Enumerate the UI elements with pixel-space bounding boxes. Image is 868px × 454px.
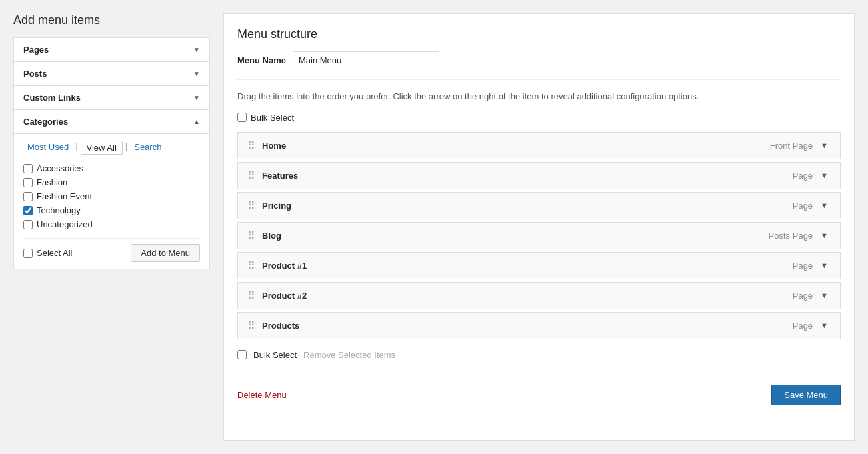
menu-item-type: Page	[793, 201, 813, 211]
menu-item-expand-icon[interactable]: ▼	[818, 260, 831, 271]
bulk-select-checkbox-top[interactable]	[237, 113, 247, 122]
select-all-label[interactable]: Select All	[23, 248, 72, 258]
posts-accordion-header[interactable]: Posts ▼	[14, 62, 209, 85]
menu-name-row: Menu Name	[237, 51, 841, 80]
categories-tabs: Most Used | View All | Search	[23, 141, 200, 155]
accessories-checkbox[interactable]	[23, 164, 33, 173]
list-item: Fashion Event	[23, 189, 200, 203]
list-item: Technology	[23, 203, 200, 217]
add-menu-items-title: Add menu items	[13, 13, 210, 27]
footer-row: Delete Menu Save Menu	[237, 385, 841, 405]
posts-accordion-label: Posts	[23, 69, 47, 79]
custom-links-accordion-label: Custom Links	[23, 93, 81, 103]
remove-selected-button[interactable]: Remove Selected Items	[303, 350, 395, 360]
menu-item-type: Posts Page	[769, 231, 813, 241]
categories-accordion-header[interactable]: Categories ▲	[14, 110, 209, 133]
menu-item-type: Page	[793, 321, 813, 331]
drag-handle-icon: ⠿	[247, 319, 255, 332]
menu-item-type: Page	[793, 171, 813, 181]
drag-handle-icon: ⠿	[247, 169, 255, 182]
technology-label[interactable]: Technology	[37, 205, 81, 215]
drag-handle-icon: ⠿	[247, 259, 255, 272]
technology-checkbox[interactable]	[23, 206, 33, 215]
custom-links-accordion: Custom Links ▼	[13, 85, 210, 110]
menu-items-list: ⠿ Home Front Page ▼ ⠿ Features Page ▼	[237, 132, 841, 339]
pages-accordion-label: Pages	[23, 45, 49, 55]
menu-structure-title: Menu structure	[237, 27, 841, 41]
categories-chevron-icon: ▲	[193, 118, 200, 125]
table-row[interactable]: ⠿ Product #2 Page ▼	[237, 282, 841, 309]
list-item: Fashion	[23, 175, 200, 189]
uncategorized-checkbox[interactable]	[23, 220, 33, 229]
fashion-label[interactable]: Fashion	[37, 177, 67, 187]
save-menu-button[interactable]: Save Menu	[771, 385, 841, 405]
menu-item-expand-icon[interactable]: ▼	[818, 200, 831, 211]
table-row[interactable]: ⠿ Pricing Page ▼	[237, 192, 841, 219]
drag-handle-icon: ⠿	[247, 229, 255, 242]
list-item: Uncategorized	[23, 217, 200, 231]
left-panel: Add menu items Pages ▼ Posts ▼ Custom Li…	[13, 13, 210, 441]
pages-accordion-header[interactable]: Pages ▼	[14, 38, 209, 61]
tab-most-used[interactable]: Most Used	[23, 141, 73, 155]
drag-handle-icon: ⠿	[247, 289, 255, 302]
posts-accordion: Posts ▼	[13, 61, 210, 86]
add-to-menu-button[interactable]: Add to Menu	[131, 244, 200, 262]
table-row[interactable]: ⠿ Product #1 Page ▼	[237, 252, 841, 279]
menu-item-name: Features	[262, 171, 298, 181]
menu-item-expand-icon[interactable]: ▼	[818, 320, 831, 331]
categories-accordion: Categories ▲ Most Used | View All | Sear…	[13, 109, 210, 269]
drag-handle-icon: ⠿	[247, 199, 255, 212]
table-row[interactable]: ⠿ Products Page ▼	[237, 312, 841, 339]
accessories-label[interactable]: Accessories	[37, 163, 83, 173]
menu-item-type: Front Page	[770, 141, 813, 151]
menu-name-input[interactable]	[293, 51, 439, 69]
table-row[interactable]: ⠿ Blog Posts Page ▼	[237, 222, 841, 249]
menu-item-name: Product #2	[262, 291, 307, 301]
pages-accordion: Pages ▼	[13, 37, 210, 62]
menu-item-name: Products	[262, 321, 299, 331]
menu-item-expand-icon[interactable]: ▼	[818, 230, 831, 241]
select-all-row: Select All Add to Menu	[23, 238, 200, 262]
menu-item-expand-icon[interactable]: ▼	[818, 170, 831, 181]
categories-body: Most Used | View All | Search Accessorie…	[14, 133, 209, 269]
pages-chevron-icon: ▼	[193, 46, 200, 53]
bulk-select-checkbox-bottom[interactable]	[237, 350, 247, 359]
menu-item-name: Blog	[262, 231, 281, 241]
tab-search[interactable]: Search	[130, 141, 165, 155]
fashion-checkbox[interactable]	[23, 178, 33, 187]
menu-item-name: Product #1	[262, 261, 307, 271]
menu-name-label: Menu Name	[237, 55, 286, 65]
menu-item-type: Page	[793, 261, 813, 271]
custom-links-accordion-header[interactable]: Custom Links ▼	[14, 86, 209, 109]
drag-handle-icon: ⠿	[247, 139, 255, 152]
posts-chevron-icon: ▼	[193, 70, 200, 77]
table-row[interactable]: ⠿ Home Front Page ▼	[237, 132, 841, 159]
fashion-event-label[interactable]: Fashion Event	[37, 191, 92, 201]
list-item: Accessories	[23, 161, 200, 175]
menu-item-expand-icon[interactable]: ▼	[818, 290, 831, 301]
custom-links-chevron-icon: ▼	[193, 94, 200, 101]
categories-accordion-label: Categories	[23, 117, 68, 127]
menu-item-name: Home	[262, 141, 286, 151]
select-all-checkbox[interactable]	[23, 249, 33, 258]
uncategorized-label[interactable]: Uncategorized	[37, 219, 93, 229]
menu-item-expand-icon[interactable]: ▼	[818, 140, 831, 151]
menu-item-type: Page	[793, 291, 813, 301]
delete-menu-button[interactable]: Delete Menu	[237, 390, 287, 400]
bulk-select-label-top[interactable]: Bulk Select	[251, 113, 294, 123]
tab-view-all[interactable]: View All	[81, 141, 123, 155]
categories-list: Accessories Fashion Fashion Event Techno…	[23, 161, 200, 231]
bulk-select-row-top: Bulk Select	[237, 113, 841, 123]
bulk-select-label-bottom[interactable]: Bulk Select	[253, 350, 297, 360]
bulk-select-row-bottom: Bulk Select Remove Selected Items	[237, 350, 841, 371]
instruction-text: Drag the items into the order you prefer…	[237, 90, 841, 103]
menu-item-name: Pricing	[262, 201, 291, 211]
right-panel: Menu structure Menu Name Drag the items …	[223, 13, 855, 441]
fashion-event-checkbox[interactable]	[23, 192, 33, 201]
table-row[interactable]: ⠿ Features Page ▼	[237, 162, 841, 189]
